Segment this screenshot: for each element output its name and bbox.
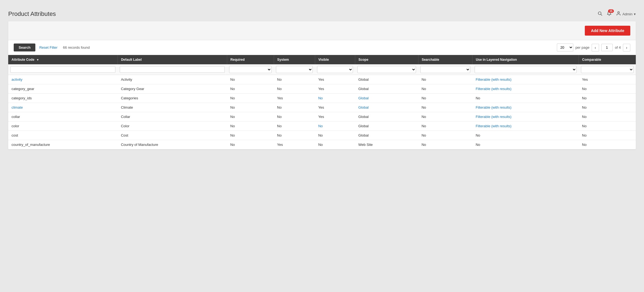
col-label-required: Required [230,58,245,62]
col-header-system: System [274,55,315,64]
table-row: category_gearCategory GearNoNoYesGlobalN… [8,84,636,94]
table-cell-use-in-layered-nav[interactable]: Filterable (with results) [472,122,579,131]
page-title: Product Attributes [8,10,56,18]
table-row: country_of_manufactureCountry of Manufac… [8,140,636,149]
per-page-label: per page [575,45,589,50]
table-cell-scope: Web Site [355,140,418,149]
col-header-attribute-code[interactable]: Attribute Code ▼ [8,55,118,64]
reset-filter-button[interactable]: Reset Filter [39,45,57,50]
table-controls: Search Reset Filter 66 records found 20 … [8,40,636,55]
table-cell-scope[interactable]: Global [355,94,418,103]
table-cell-attribute-code: color [8,122,118,131]
table-cell-attribute-code[interactable]: climate [8,103,118,112]
pagination-area: 20 30 50 100 per page ‹ of 4 › [557,44,630,51]
svg-point-2 [618,11,619,13]
of-pages-label: of 4 [615,45,621,50]
filter-select-system[interactable]: Yes No [276,66,313,73]
table-cell-attribute-code: cost [8,131,118,140]
table-cell-visible[interactable]: No [315,94,355,103]
svg-line-1 [601,14,602,15]
table-cell-visible: Yes [315,84,355,94]
filter-select-required[interactable]: Yes No [229,66,272,73]
filter-cell-layered-nav: No Filterable (with results) Filterable … [472,64,579,75]
table-row: collarCollarNoNoYesGlobalNoFilterable (w… [8,112,636,122]
table-cell-default-label: Collar [118,112,227,122]
table-cell-visible: Yes [315,112,355,122]
filter-cell-default-label [118,64,227,75]
admin-chevron-icon: ▾ [634,12,636,16]
table-cell-searchable: No [418,94,472,103]
table-cell-use-in-layered-nav[interactable]: Filterable (with results) [472,112,579,122]
table-cell-attribute-code: category_ids [8,94,118,103]
table-cell-system: Yes [274,140,315,149]
table-cell-default-label: Category Gear [118,84,227,94]
admin-menu[interactable]: Admin ▾ [616,11,636,17]
table-cell-searchable: No [418,75,472,84]
filter-select-searchable[interactable]: Yes No [420,66,470,73]
filter-row: Yes No Yes No Yes [8,64,636,75]
search-button[interactable]: Search [14,44,35,51]
table-cell-scope: Global [355,131,418,140]
table-cell-required: No [227,103,274,112]
product-attributes-table: Attribute Code ▼ Default Label Required … [8,55,636,149]
filter-cell-searchable: Yes No [418,64,472,75]
add-new-attribute-button[interactable]: Add New Attribute [585,26,630,36]
page-header: Product Attributes 15 [8,5,636,21]
table-cell-default-label: Cost [118,131,227,140]
table-cell-scope: Global [355,112,418,122]
filter-cell-required: Yes No [227,64,274,75]
table-cell-default-label: Climate [118,103,227,112]
table-cell-system: No [274,112,315,122]
col-label-comparable: Comparable [582,58,601,62]
col-label-default-label: Default Label [121,58,142,62]
table-cell-scope[interactable]: Global [355,103,418,112]
col-header-searchable: Searchable [418,55,472,64]
table-row: activityActivityNoNoYesGlobalNoFilterabl… [8,75,636,84]
current-page-input[interactable] [601,44,613,51]
table-cell-use-in-layered-nav[interactable]: Filterable (with results) [472,103,579,112]
table-header-row: Attribute Code ▼ Default Label Required … [8,55,636,64]
table-cell-system: No [274,122,315,131]
filter-select-comparable[interactable]: Yes No [581,66,634,73]
per-page-select[interactable]: 20 30 50 100 [557,44,573,51]
filter-input-attribute-code[interactable] [10,66,115,73]
table-cell-required: No [227,131,274,140]
next-page-button[interactable]: › [623,44,630,51]
table-row: colorColorNoNoNoGlobalNoFilterable (with… [8,122,636,131]
table-cell-comparable: No [579,140,636,149]
notification-badge: 15 [608,9,614,13]
table-cell-system: No [274,103,315,112]
prev-page-button[interactable]: ‹ [592,44,599,51]
table-cell-system: Yes [274,94,315,103]
header-search-icon[interactable] [597,11,602,17]
table-row: category_idsCategoriesNoYesNoGlobalNoNoN… [8,94,636,103]
table-cell-attribute-code: category_gear [8,84,118,94]
table-cell-default-label: Country of Manufacture [118,140,227,149]
table-cell-default-label: Categories [118,94,227,103]
table-cell-use-in-layered-nav: No [472,140,579,149]
filter-input-default-label[interactable] [120,66,225,73]
col-header-comparable: Comparable [579,55,636,64]
col-header-layered-nav: Use in Layered Navigation [472,55,579,64]
table-cell-comparable: No [579,103,636,112]
table-cell-use-in-layered-nav: No [472,94,579,103]
table-cell-required: No [227,75,274,84]
table-cell-comparable: No [579,84,636,94]
notification-bell[interactable]: 15 [607,11,612,17]
table-cell-comparable: No [579,122,636,131]
table-cell-required: No [227,122,274,131]
table-cell-searchable: No [418,84,472,94]
table-cell-attribute-code[interactable]: activity [8,75,118,84]
table-cell-searchable: No [418,112,472,122]
table-cell-required: No [227,112,274,122]
table-cell-visible[interactable]: No [315,122,355,131]
table-cell-use-in-layered-nav[interactable]: Filterable (with results) [472,84,579,94]
filter-cell-system: Yes No [274,64,315,75]
filter-select-scope[interactable]: Global Web Site Store View [357,66,416,73]
filter-select-layered-nav[interactable]: No Filterable (with results) Filterable … [475,66,577,73]
col-label-attribute-code: Attribute Code [12,58,34,62]
table-cell-use-in-layered-nav[interactable]: Filterable (with results) [472,75,579,84]
col-label-searchable: Searchable [422,58,439,62]
filter-select-visible[interactable]: Yes No [317,66,353,73]
col-header-visible: Visible [315,55,355,64]
